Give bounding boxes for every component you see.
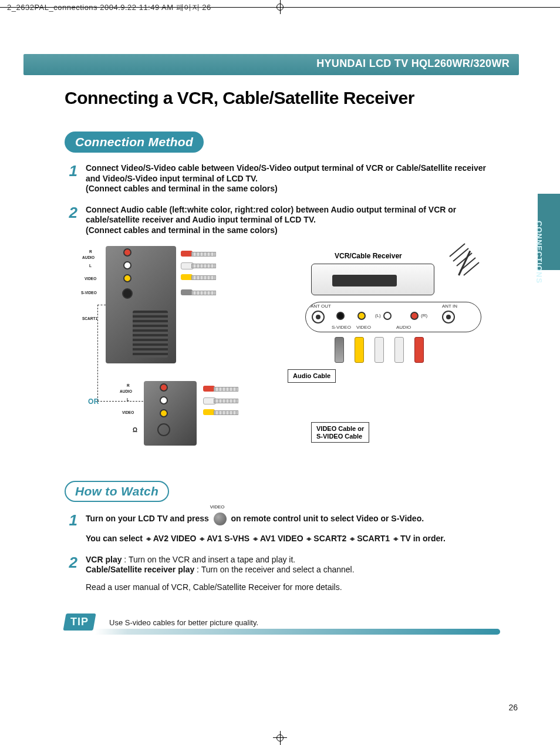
vcr-rear-panel-icon: ANT OUT S-VIDEO VIDEO (L) AUDIO (R) ANT … xyxy=(305,302,481,332)
tv-rear-panel-icon xyxy=(106,246,176,363)
page-content: Connecting a VCR, Cable/Satellite Receiv… xyxy=(65,88,499,642)
coax-jack-icon xyxy=(312,311,325,323)
rca-jack-icon xyxy=(383,312,392,320)
port-label: L xyxy=(89,264,92,268)
coax-jack-icon xyxy=(442,311,455,323)
cycle-icon: ◂▸ xyxy=(146,535,150,543)
tip-bar-graphic xyxy=(95,629,500,635)
video-button-icon: VIDEO xyxy=(214,513,227,525)
cycle-icon: ◂▸ xyxy=(253,535,257,543)
cable-plugs-icon xyxy=(335,337,424,363)
svideo-jack-icon xyxy=(122,288,133,299)
antenna-icon xyxy=(440,246,481,275)
cable-plugs-icon xyxy=(181,288,222,296)
print-job-header: 2_2632PAL_connections 2004.9.22 11:49 AM… xyxy=(7,2,211,13)
port-label: AUDIO xyxy=(120,389,132,393)
step-note: (Connect cables and terminal in the same… xyxy=(86,225,278,235)
source-option: AV2 VIDEO xyxy=(153,534,197,543)
product-model-label: HYUNDAI LCD TV HQL260WR/320WR xyxy=(316,58,510,70)
crop-mark-icon xyxy=(273,731,287,745)
port-label: ANT OUT xyxy=(311,304,331,309)
term-svideo: S-Video. xyxy=(391,514,424,523)
port-label: AUDIO xyxy=(82,255,95,259)
section-thumb-tab-label: CONNECTIONS xyxy=(535,221,544,243)
source-option: AV1 VIDEO xyxy=(260,534,303,543)
dashed-line-icon xyxy=(97,305,98,401)
port-label: (L) xyxy=(375,313,381,318)
port-label: VIDEO xyxy=(356,325,371,330)
step-text: or xyxy=(380,514,389,523)
step-text: on remote control unit to select xyxy=(231,514,354,523)
dashed-line-icon xyxy=(97,305,106,305)
port-label: ANT IN xyxy=(442,304,457,309)
section-how-to-watch: How to Watch xyxy=(65,481,169,502)
step-text: Connect Audio cable (left:white color, r… xyxy=(86,205,456,225)
step-text: Connect Video/S-Video cable between Vide… xyxy=(86,163,486,183)
step-text: Turn on your LCD TV and press xyxy=(86,514,209,523)
term-video: Video xyxy=(356,514,379,523)
svideo-jack-icon xyxy=(336,312,345,320)
rca-jack-icon xyxy=(357,312,366,320)
rca-jack-icon xyxy=(160,383,168,392)
port-label: VIDEO xyxy=(122,410,134,414)
step-number: 1 xyxy=(65,163,77,194)
port-label: R xyxy=(127,383,130,387)
cycle-icon: ◂▸ xyxy=(350,535,353,543)
tv-side-panel-icon xyxy=(144,381,197,446)
cable-plugs-icon xyxy=(203,385,237,416)
port-label: AUDIO xyxy=(396,325,411,330)
rca-jack-icon xyxy=(410,312,419,320)
step-number: 2 xyxy=(65,555,77,593)
port-label: L xyxy=(127,397,129,402)
tip-text: Use S-video cables for better picture qu… xyxy=(109,618,258,627)
headphone-jack-icon xyxy=(157,423,170,436)
tip-badge: TIP xyxy=(63,613,96,631)
source-option: TV in order. xyxy=(400,534,446,543)
section-connection-method: Connection Method xyxy=(65,132,204,153)
source-option: SCART2 xyxy=(313,534,346,543)
rca-jack-icon xyxy=(160,396,168,404)
button-label: VIDEO xyxy=(210,504,225,510)
callout-video-cable: VIDEO Cable or S-VIDEO Cable xyxy=(311,422,369,443)
cycle-icon: ◂▸ xyxy=(393,535,397,543)
source-option: SCART1 xyxy=(357,534,390,543)
step-text: Read a user manual of VCR, Cable/Satelli… xyxy=(86,582,342,592)
term-vcr-play: VCR play xyxy=(86,555,122,564)
rca-jack-icon xyxy=(123,248,131,257)
howto-step-1: 1 Turn on your LCD TV and press VIDEO on… xyxy=(65,513,499,544)
howto-step-2: 2 VCR play : Turn on the VCR and insert … xyxy=(65,555,499,593)
wiring-diagram: R AUDIO L VIDEO S-VIDEO SCART1 VCR/Cable… xyxy=(88,246,499,469)
step-text: : Turn on the VCR and insert a tape and … xyxy=(124,555,295,564)
port-label: SCART1 xyxy=(82,316,97,321)
step-text: : Turn on the receiver and select a chan… xyxy=(197,565,355,574)
rca-jack-icon xyxy=(123,274,131,282)
manual-header-bar: HYUNDAI LCD TV HQL260WR/320WR xyxy=(23,54,519,75)
page-number: 26 xyxy=(508,703,518,712)
tip-banner: TIP Use S-video cables for better pictur… xyxy=(65,622,499,642)
tip-badge-label: TIP xyxy=(70,616,89,628)
port-label: (R) xyxy=(421,313,427,318)
step-text: You can select xyxy=(86,534,143,543)
connection-step-1: 1 Connect Video/S-Video cable between Vi… xyxy=(65,163,499,194)
cable-plugs-icon xyxy=(181,250,215,281)
callout-text: Audio Cable xyxy=(293,372,330,380)
dashed-line-icon xyxy=(97,401,143,402)
rca-jack-icon xyxy=(160,409,168,417)
crop-mark-icon xyxy=(273,0,287,14)
vcr-label: VCR/Cable Receiver xyxy=(335,252,402,260)
callout-text: VIDEO Cable or xyxy=(316,425,364,433)
callout-text: S-VIDEO Cable xyxy=(316,433,364,440)
port-label: S-VIDEO xyxy=(332,325,351,330)
source-option: AV1 S-VHS xyxy=(207,534,249,543)
port-label: R xyxy=(89,250,92,254)
term-receiver-play: Cable/Satellite receiver play xyxy=(86,565,194,574)
step-number: 1 xyxy=(65,513,77,528)
step-note: (Connect cables and terminal in the same… xyxy=(86,184,278,193)
cycle-icon: ◂▸ xyxy=(306,535,310,543)
callout-audio-cable: Audio Cable xyxy=(288,369,336,383)
step-number: 2 xyxy=(65,205,77,236)
page-title: Connecting a VCR, Cable/Satellite Receiv… xyxy=(65,88,499,108)
rca-jack-icon xyxy=(123,261,131,269)
port-label: S-VIDEO xyxy=(81,291,97,295)
cycle-icon: ◂▸ xyxy=(200,535,203,543)
